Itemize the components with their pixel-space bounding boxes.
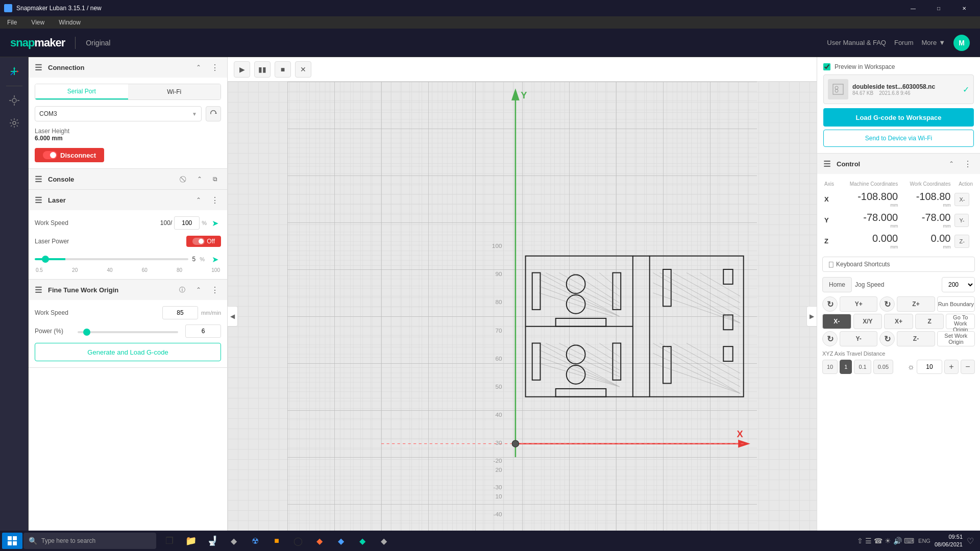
sidebar-icon-laser[interactable] [4,90,24,111]
travel-minus-btn[interactable]: − [961,360,975,374]
minimize-button[interactable]: — [901,0,925,16]
control-collapse-btn[interactable]: ⌃ [945,158,958,170]
taskbar-clock[interactable]: 09:51 08/06/2021 [935,533,963,549]
com-port-select[interactable]: COM3 ▼ [35,106,202,121]
console-arrow-btn[interactable]: ⌃ [193,173,206,185]
taskbar-app10[interactable]: ◆ [374,531,394,551]
work-speed-input[interactable] [174,216,200,230]
tray-icon-1[interactable]: ⇧ [857,537,863,545]
tray-icon-4[interactable]: ☀ [885,537,891,545]
taskbar-search-box[interactable]: 🔍 Type here to search [23,533,156,549]
laser-power-btn[interactable]: Off [186,236,221,247]
collapse-left-btn[interactable]: ◀ [228,306,238,327]
stop-btn[interactable]: ■ [275,61,291,78]
taskbar-app5[interactable]: ■ [266,531,287,551]
taskbar-task-view[interactable]: ❐ [159,531,180,551]
taskbar-steam[interactable]: ☢ [245,531,265,551]
left-panel-scroll[interactable]: ☰ Connection ⌃ ⋮ Serial Port Wi-Fi [29,57,227,551]
tray-icon-wifi[interactable]: ⌨ [904,537,914,545]
run-boundary-btn[interactable]: Run Boundary [937,296,975,312]
collapse-right-btn[interactable]: ▶ [806,306,817,327]
travel-0.1[interactable]: 0.1 [854,360,871,374]
laser-header[interactable]: ☰ Laser ⌃ ⋮ [29,190,227,210]
fine-tune-collapse-btn[interactable]: ⌃ [192,284,205,296]
travel-0.05[interactable]: 0.05 [873,360,893,374]
power-arrow[interactable]: ➤ [209,253,221,265]
load-btn[interactable]: Load G-code to Workspace [823,108,974,127]
menu-window[interactable]: Window [56,18,84,27]
travel-10[interactable]: 10 [822,360,838,374]
refresh-btn[interactable] [206,106,221,121]
notification-icon[interactable]: ♡ [967,536,974,546]
send-btn[interactable]: Send to Device via Wi-Fi [823,130,974,147]
control-header[interactable]: ☰ Control ⌃ ⋮ [817,154,980,174]
manual-link[interactable]: User Manual & FAQ [827,39,886,46]
fine-tune-power-slider[interactable] [78,331,178,333]
z-action-btn[interactable]: Z- [954,235,969,248]
start-button[interactable] [2,533,22,549]
console-expand-btn[interactable]: ⧉ [209,173,221,185]
sidebar-icon-axis[interactable] [4,61,24,82]
menu-view[interactable]: View [28,18,47,27]
fine-tune-menu-btn[interactable]: ⋮ [209,284,221,296]
more-menu[interactable]: More ▼ [922,39,946,46]
jog-z-plus[interactable]: Z+ [897,296,935,312]
taskbar-file-explorer[interactable]: 📁 [181,531,201,551]
power-slider[interactable] [35,258,188,260]
jog-y-plus[interactable]: Y+ [840,296,877,312]
tray-icon-3[interactable]: ☎ [874,537,883,545]
work-speed-arrow[interactable]: ➤ [209,217,221,229]
travel-1[interactable]: 1 [840,360,852,374]
connection-collapse-btn[interactable]: ⌃ [192,61,205,73]
y-action-btn[interactable]: Y- [954,214,969,227]
close-btn[interactable]: ✕ [295,61,311,78]
keyboard-shortcuts-btn[interactable]: ⎕ Keyboard Shortcuts [822,257,975,272]
taskbar-app9[interactable]: ◆ [352,531,373,551]
jog-x-plus[interactable]: X+ [884,314,913,329]
home-btn[interactable]: Home [822,277,852,292]
jog-xy[interactable]: X/Y [853,314,883,329]
serial-port-tab[interactable]: Serial Port [35,84,128,99]
preview-checkbox[interactable] [823,63,830,70]
tray-icon-2[interactable]: ☰ [865,537,872,545]
x-action-btn[interactable]: X- [954,193,969,206]
jog-rotate-left[interactable]: ↻ [822,331,838,346]
jog-speed-select[interactable]: 200 500 1000 3000 [942,277,975,292]
jog-plus-topleft[interactable]: ↻ [822,296,838,312]
forum-link[interactable]: Forum [894,39,914,46]
taskbar-app3[interactable]: ◆ [224,531,244,551]
user-avatar[interactable]: M [953,35,970,51]
go-to-work-origin-btn[interactable]: Go To Work Origin [946,314,975,329]
console-header[interactable]: ☰ Console ⃠ ⌃ ⧉ [29,169,227,189]
console-clear-btn[interactable]: ⃠ [178,173,190,185]
jog-plus-topright[interactable]: ↻ [879,296,895,312]
jog-rotate-right[interactable]: ↻ [879,331,895,346]
pause-btn[interactable]: ▮▮ [254,61,271,78]
disconnect-button[interactable]: Disconnect [35,148,104,162]
fine-tune-speed-input[interactable] [162,306,198,319]
jog-x-minus[interactable]: X- [822,314,851,329]
menu-file[interactable]: File [4,18,20,27]
set-work-origin-btn[interactable]: Set Work Origin [937,331,975,346]
generate-btn[interactable]: Generate and Load G-code [35,343,221,361]
maximize-button[interactable]: □ [927,0,950,16]
play-btn[interactable]: ▶ [234,61,250,78]
taskbar-store[interactable]: 🚽 [202,531,223,551]
travel-plus-btn[interactable]: + [944,360,959,374]
sidebar-icon-settings[interactable] [4,113,24,133]
connection-header[interactable]: ☰ Connection ⌃ ⋮ [29,57,227,78]
connection-menu-btn[interactable]: ⋮ [209,61,221,73]
control-menu-btn[interactable]: ⋮ [962,158,974,170]
fine-tune-header[interactable]: ☰ Fine Tune Work Origin ⓘ ⌃ ⋮ [29,280,227,300]
jog-z[interactable]: Z [915,314,944,329]
fine-tune-power-input[interactable] [185,324,221,338]
jog-z-minus[interactable]: Z- [897,331,935,346]
jog-y-minus[interactable]: Y- [840,331,877,346]
wifi-tab[interactable]: Wi-Fi [128,84,221,99]
travel-custom-input[interactable] [917,360,942,374]
taskbar-chrome[interactable]: ◯ [288,531,308,551]
tray-icon-volume[interactable]: 🔊 [893,537,902,545]
taskbar-app8[interactable]: ◆ [331,531,351,551]
fine-tune-info-btn[interactable]: ⓘ [176,284,188,296]
taskbar-app7[interactable]: ◆ [309,531,330,551]
